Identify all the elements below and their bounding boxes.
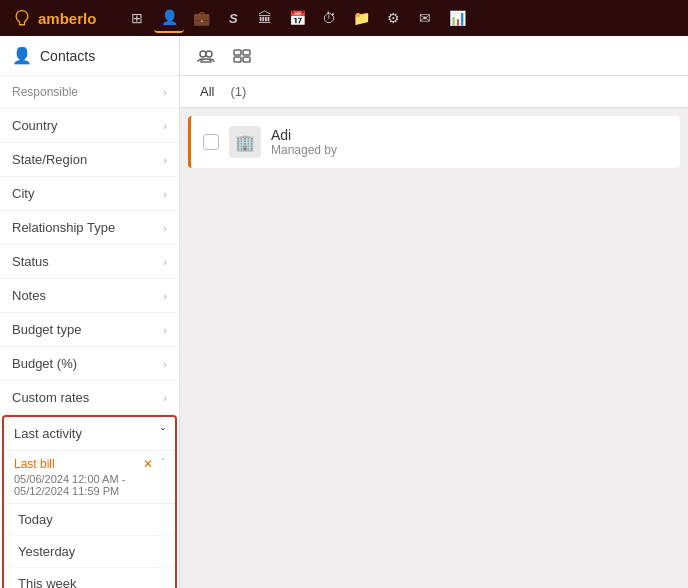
today-label: Today: [18, 512, 53, 527]
contact-info: Adi Managed by: [271, 127, 668, 157]
timer-nav-icon[interactable]: ⏱: [314, 3, 344, 33]
chevron-down-icon: ›: [163, 222, 167, 234]
sidebar-label-state-region: State/Region: [12, 152, 87, 167]
tab-count[interactable]: (1): [222, 80, 254, 103]
top-navigation: amberlo ⊞ 👤 💼 S 🏛 📅 ⏱ 📁 ⚙ ✉ 📊: [0, 0, 688, 36]
sidebar-item-relationship-type[interactable]: Relationship Type ›: [0, 211, 179, 245]
sidebar-item-city[interactable]: City ›: [0, 177, 179, 211]
sidebar-item-state-region[interactable]: State/Region ›: [0, 143, 179, 177]
chevron-down-icon: ›: [163, 324, 167, 336]
sidebar-title: Contacts: [40, 48, 95, 64]
row-checkbox[interactable]: [203, 134, 219, 150]
sidebar-label-country: Country: [12, 118, 58, 133]
yesterday-label: Yesterday: [18, 544, 75, 559]
this-week-label: This week: [18, 576, 77, 588]
svg-rect-5: [243, 57, 250, 62]
option-this-week[interactable]: This week: [4, 568, 175, 588]
chevron-right-icon: ›: [163, 86, 167, 98]
sidebar-label-relationship-type: Relationship Type: [12, 220, 115, 235]
tab-all[interactable]: All: [192, 80, 222, 103]
svg-point-1: [206, 51, 212, 57]
chevron-down-icon: ›: [163, 256, 167, 268]
folder-nav-icon[interactable]: 📁: [346, 3, 376, 33]
last-bill-date: 05/06/2024 12:00 AM - 05/12/2024 11:59 P…: [14, 473, 143, 497]
chevron-down-icon: ›: [163, 358, 167, 370]
chevron-down-icon: ›: [163, 290, 167, 302]
filter-sidebar: 👤 Contacts Responsible › Country › State…: [0, 36, 180, 588]
contact-name: Adi: [271, 127, 668, 143]
settings-nav-icon[interactable]: ⚙: [378, 3, 408, 33]
main-content: All (1) 🏢 Adi Managed by: [180, 36, 688, 588]
last-activity-dropdown: Last activity ˇ Last bill 05/06/2024 12:…: [2, 415, 177, 588]
chevron-up-icon: ˇ: [161, 426, 165, 441]
sidebar-item-responsible[interactable]: Responsible ›: [0, 76, 179, 109]
contact-type-icon: 🏢: [229, 126, 261, 158]
calendar-nav-icon[interactable]: 📅: [282, 3, 312, 33]
last-activity-label: Last activity: [14, 426, 82, 441]
bank-nav-icon[interactable]: 🏛: [250, 3, 280, 33]
main-layout: 👤 Contacts Responsible › Country › State…: [0, 36, 688, 588]
sidebar-item-notes[interactable]: Notes ›: [0, 279, 179, 313]
sidebar-label-status: Status: [12, 254, 49, 269]
app-name: amberlo: [38, 10, 96, 27]
svg-point-0: [200, 51, 206, 57]
last-activity-trigger[interactable]: Last activity ˇ: [4, 417, 175, 451]
chevron-down-icon: ›: [163, 154, 167, 166]
person-small-icon: 👤: [12, 46, 32, 65]
grid-nav-icon[interactable]: ⊞: [122, 3, 152, 33]
sidebar-label-custom-rates: Custom rates: [12, 390, 89, 405]
sidebar-label-budget-type: Budget type: [12, 322, 81, 337]
table-view-icon[interactable]: [228, 42, 256, 70]
chevron-down-icon: ›: [163, 120, 167, 132]
nav-icons: ⊞ 👤 💼 S 🏛 📅 ⏱ 📁 ⚙ ✉ 📊: [122, 3, 676, 33]
sidebar-item-country[interactable]: Country ›: [0, 109, 179, 143]
contacts-nav-icon[interactable]: 👤: [154, 3, 184, 33]
sidebar-item-budget-percent[interactable]: Budget (%) ›: [0, 347, 179, 381]
group-view-icon[interactable]: [192, 42, 220, 70]
chevron-down-icon: ›: [163, 392, 167, 404]
svg-rect-3: [243, 50, 250, 55]
last-bill-label: Last bill: [14, 457, 143, 471]
sidebar-label-notes: Notes: [12, 288, 46, 303]
tab-count-label: (1): [230, 84, 246, 99]
sidebar-item-status[interactable]: Status ›: [0, 245, 179, 279]
contact-sub: Managed by: [271, 143, 668, 157]
content-toolbar: [180, 36, 688, 76]
option-today[interactable]: Today: [4, 504, 175, 536]
chevron-down-icon: ›: [163, 188, 167, 200]
sidebar-label-responsible: Responsible: [12, 85, 78, 99]
svg-rect-2: [234, 50, 241, 55]
dollar-nav-icon[interactable]: S: [218, 3, 248, 33]
sidebar-header: 👤 Contacts: [0, 36, 179, 76]
chart-nav-icon[interactable]: 📊: [442, 3, 472, 33]
contact-list: 🏢 Adi Managed by: [180, 108, 688, 588]
option-yesterday[interactable]: Yesterday: [4, 536, 175, 568]
svg-rect-4: [234, 57, 241, 62]
table-row[interactable]: 🏢 Adi Managed by: [188, 116, 680, 168]
app-logo: amberlo: [12, 8, 96, 28]
mail-nav-icon[interactable]: ✉: [410, 3, 440, 33]
collapse-icon: ˆ: [161, 457, 165, 469]
briefcase-nav-icon[interactable]: 💼: [186, 3, 216, 33]
clear-filter-button[interactable]: ✕: [143, 457, 153, 471]
last-bill-row: Last bill 05/06/2024 12:00 AM - 05/12/20…: [4, 451, 175, 504]
tab-all-label: All: [200, 84, 214, 99]
sidebar-item-custom-rates[interactable]: Custom rates ›: [0, 381, 179, 415]
sidebar-label-budget-percent: Budget (%): [12, 356, 77, 371]
sidebar-item-budget-type[interactable]: Budget type ›: [0, 313, 179, 347]
content-tabs: All (1): [180, 76, 688, 108]
sidebar-label-city: City: [12, 186, 34, 201]
